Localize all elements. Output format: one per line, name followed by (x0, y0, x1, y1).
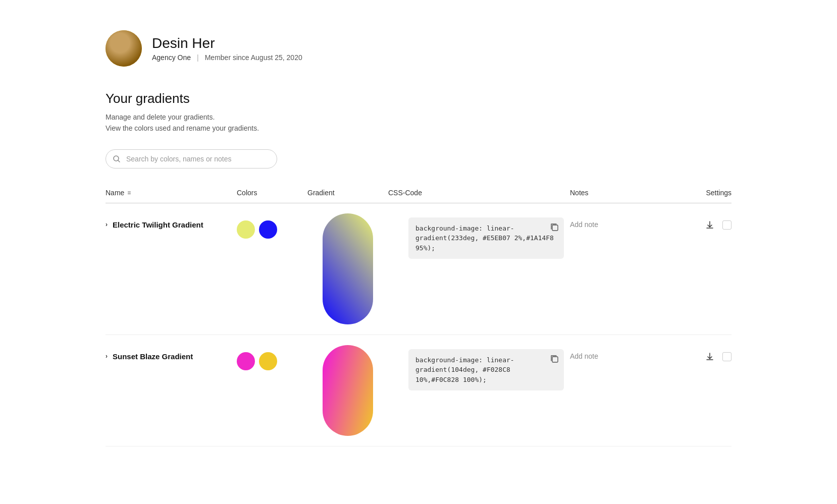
row-colors-sunset (237, 345, 307, 370)
table-container: Name ≡ Colors Gradient CSS-Code Notes Se… (106, 189, 731, 446)
chevron-right-icon-sunset[interactable]: › (106, 353, 108, 360)
section-title: Your gradients (106, 91, 731, 106)
search-input[interactable] (106, 149, 277, 169)
color-dot-yellow[interactable] (237, 220, 255, 239)
row-colors-electric (237, 213, 307, 239)
search-wrapper (106, 149, 277, 169)
profile-section: Desin Her Agency One | Member since Augu… (106, 30, 731, 67)
chevron-right-icon[interactable]: › (106, 221, 108, 228)
section-description: Manage and delete your gradients. View t… (106, 111, 731, 134)
page-container: Desin Her Agency One | Member since Augu… (65, 0, 772, 477)
description-line2: View the colors used and rename your gra… (106, 123, 731, 134)
profile-member-since: Member since August 25, 2020 (205, 53, 302, 62)
copy-icon-electric[interactable] (550, 222, 559, 235)
table-header: Name ≡ Colors Gradient CSS-Code Notes Se… (106, 189, 731, 203)
sort-icon[interactable]: ≡ (127, 189, 131, 196)
table-row: › Sunset Blaze Gradient (106, 335, 731, 446)
row-css-electric: background-image: linear-gradient(233deg… (388, 213, 570, 263)
description-line1: Manage and delete your gradients. (106, 111, 731, 123)
th-gradient: Gradient (307, 189, 388, 197)
download-icon-sunset[interactable] (705, 352, 714, 364)
profile-separator: | (197, 53, 199, 62)
row-settings-electric (671, 213, 731, 232)
color-dot-yellow-sunset[interactable] (259, 352, 277, 370)
profile-name: Desin Her (152, 35, 302, 51)
row-notes-electric: Add note (570, 213, 671, 229)
css-code-box-electric: background-image: linear-gradient(233deg… (408, 217, 564, 259)
avatar (106, 30, 142, 67)
svg-rect-2 (552, 225, 558, 231)
profile-info: Desin Her Agency One | Member since Augu… (152, 35, 302, 62)
profile-meta: Agency One | Member since August 25, 202… (152, 53, 302, 62)
th-name: Name ≡ (106, 189, 237, 197)
svg-line-1 (118, 160, 120, 162)
th-settings: Settings (671, 189, 731, 197)
color-dot-magenta[interactable] (237, 352, 255, 370)
row-gradient-electric (307, 213, 388, 324)
row-gradient-sunset (307, 345, 388, 436)
row-settings-sunset (671, 345, 731, 364)
svg-rect-3 (552, 357, 558, 362)
th-colors: Colors (237, 189, 307, 197)
settings-checkbox-sunset[interactable] (722, 352, 731, 361)
gradient-pill-electric (323, 213, 373, 324)
th-notes: Notes (570, 189, 671, 197)
avatar-image (106, 30, 142, 67)
row-name-sunset: › Sunset Blaze Gradient (106, 345, 237, 361)
css-code-box-sunset: background-image: linear-gradient(104deg… (408, 349, 564, 391)
color-dot-blue[interactable] (259, 220, 277, 239)
settings-checkbox-electric[interactable] (722, 220, 731, 230)
profile-agency: Agency One (152, 53, 191, 62)
table-row: › Electric Twilight Gradient (106, 203, 731, 335)
row-css-sunset: background-image: linear-gradient(104deg… (388, 345, 570, 395)
search-icon (113, 155, 121, 163)
download-icon-electric[interactable] (705, 220, 714, 232)
row-name-electric: › Electric Twilight Gradient (106, 213, 237, 229)
copy-icon-sunset[interactable] (550, 354, 559, 367)
row-notes-sunset: Add note (570, 345, 671, 360)
add-note-button-sunset[interactable]: Add note (570, 352, 598, 360)
gradient-pill-sunset (323, 345, 373, 436)
gradients-section: Your gradients Manage and delete your gr… (106, 91, 731, 446)
add-note-button-electric[interactable]: Add note (570, 220, 598, 229)
th-css-code: CSS-Code (388, 189, 570, 197)
